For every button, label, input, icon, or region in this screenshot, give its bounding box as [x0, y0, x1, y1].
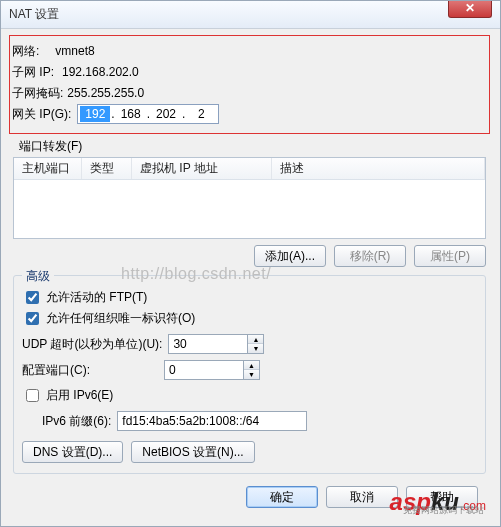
allow-active-ftp-label: 允许活动的 FTP(T): [46, 289, 147, 306]
allow-active-ftp-row[interactable]: 允许活动的 FTP(T): [22, 288, 477, 307]
ipv6-prefix-label: IPv6 前缀(6):: [42, 413, 111, 430]
gateway-ip-label: 网关 IP(G):: [12, 106, 71, 123]
chevron-down-icon[interactable]: ▼: [248, 344, 263, 353]
gateway-ip-input[interactable]: . . .: [77, 104, 219, 124]
properties-button: 属性(P): [414, 245, 486, 267]
cancel-button[interactable]: 取消: [326, 486, 398, 508]
col-host-port[interactable]: 主机端口: [14, 158, 82, 179]
network-label: 网络:: [12, 43, 39, 60]
allow-active-ftp-checkbox[interactable]: [26, 291, 39, 304]
ok-button[interactable]: 确定: [246, 486, 318, 508]
config-port-input[interactable]: [164, 360, 244, 380]
network-info-highlight: 网络: vmnet8 子网 IP: 192.168.202.0 子网掩码: 25…: [9, 35, 490, 134]
subnet-mask-label: 子网掩码:: [12, 85, 63, 102]
subnet-ip-label: 子网 IP:: [12, 64, 54, 81]
table-body[interactable]: [14, 180, 485, 238]
gateway-seg3[interactable]: [151, 106, 181, 122]
allow-any-oid-checkbox[interactable]: [26, 312, 39, 325]
netbios-settings-button[interactable]: NetBIOS 设置(N)...: [131, 441, 254, 463]
col-type[interactable]: 类型: [82, 158, 132, 179]
window-title: NAT 设置: [9, 6, 59, 23]
gateway-seg2[interactable]: [116, 106, 146, 122]
enable-ipv6-row[interactable]: 启用 IPv6(E): [22, 386, 477, 405]
udp-timeout-label: UDP 超时(以秒为单位)(U):: [22, 336, 162, 353]
subnet-mask-value: 255.255.255.0: [67, 86, 144, 100]
dns-settings-button[interactable]: DNS 设置(D)...: [22, 441, 123, 463]
help-button[interactable]: 帮助: [406, 486, 478, 508]
advanced-legend: 高级: [22, 268, 54, 285]
config-port-spinner[interactable]: ▲▼: [244, 360, 260, 380]
udp-timeout-input[interactable]: [168, 334, 248, 354]
allow-any-oid-row[interactable]: 允许任何组织唯一标识符(O): [22, 309, 477, 328]
allow-any-oid-label: 允许任何组织唯一标识符(O): [46, 310, 195, 327]
remove-button: 移除(R): [334, 245, 406, 267]
close-button[interactable]: ✕: [448, 0, 492, 18]
port-forward-table[interactable]: 主机端口 类型 虚拟机 IP 地址 描述: [13, 157, 486, 239]
gateway-seg4[interactable]: [186, 106, 216, 122]
advanced-group: 高级 允许活动的 FTP(T) 允许任何组织唯一标识符(O) UDP 超时(以秒…: [13, 275, 486, 474]
gateway-seg1[interactable]: [80, 106, 110, 122]
chevron-up-icon[interactable]: ▲: [244, 361, 259, 370]
ipv6-prefix-input[interactable]: [117, 411, 307, 431]
col-desc[interactable]: 描述: [272, 158, 485, 179]
table-header: 主机端口 类型 虚拟机 IP 地址 描述: [14, 158, 485, 180]
config-port-label: 配置端口(C):: [22, 362, 90, 379]
network-value: vmnet8: [55, 44, 94, 58]
close-icon: ✕: [465, 1, 475, 15]
port-forward-label: 端口转发(F): [19, 138, 490, 155]
chevron-up-icon[interactable]: ▲: [248, 335, 263, 344]
enable-ipv6-label: 启用 IPv6(E): [46, 387, 113, 404]
add-button[interactable]: 添加(A)...: [254, 245, 326, 267]
enable-ipv6-checkbox[interactable]: [26, 389, 39, 402]
subnet-ip-value: 192.168.202.0: [62, 65, 139, 79]
col-vm-ip[interactable]: 虚拟机 IP 地址: [132, 158, 272, 179]
chevron-down-icon[interactable]: ▼: [244, 370, 259, 379]
udp-timeout-spinner[interactable]: ▲▼: [248, 334, 264, 354]
